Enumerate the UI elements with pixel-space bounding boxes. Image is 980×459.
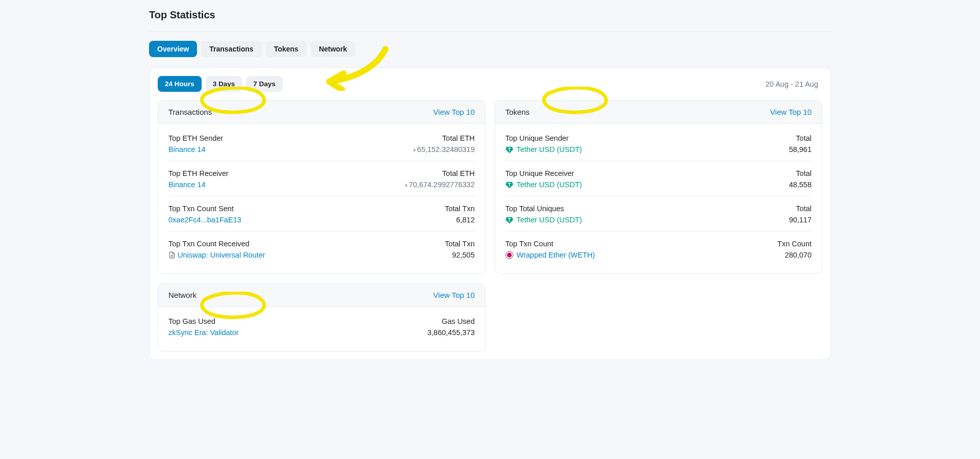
svg-point-6 xyxy=(507,252,511,257)
row-rlabel: Total ETH xyxy=(442,169,475,177)
row-label: Top Txn Count Received xyxy=(168,240,265,248)
row-link[interactable]: Uniswap: Universal Router xyxy=(178,251,265,259)
main-tabs: Overview Transactions Tokens Network xyxy=(149,41,831,57)
row-value: ♦70,674.2992776332 xyxy=(405,181,475,189)
row-link[interactable]: Binance 14 xyxy=(168,181,229,189)
time-range-tabs: 24 Hours 3 Days 7 Days xyxy=(158,76,283,92)
row-rlabel: Total Txn xyxy=(445,205,475,213)
row-value: 92,505 xyxy=(452,251,475,259)
view-top-network[interactable]: View Top 10 xyxy=(433,291,475,299)
table-row: Top Unique Receiver Tether USD (USDT) To… xyxy=(505,161,812,196)
tab-tokens[interactable]: Tokens xyxy=(266,41,307,57)
card-transactions: Transactions View Top 10 Top ETH Sender … xyxy=(158,100,485,274)
tab-transactions[interactable]: Transactions xyxy=(201,41,261,57)
row-link[interactable]: 0xae2Fc4...ba1FaE13 xyxy=(168,216,241,224)
row-value: 90,117 xyxy=(789,216,812,224)
row-label: Top ETH Receiver xyxy=(168,169,229,177)
contract-icon xyxy=(168,251,176,259)
time-pill-7d[interactable]: 7 Days xyxy=(246,76,283,92)
card-transactions-title: Transactions xyxy=(168,108,212,116)
row-link[interactable]: Binance 14 xyxy=(168,145,223,154)
tab-overview[interactable]: Overview xyxy=(149,41,197,57)
row-link[interactable]: zkSync Era: Validator xyxy=(168,328,239,337)
view-top-tokens[interactable]: View Top 10 xyxy=(770,108,812,116)
table-row: Top Total Uniques Tether USD (USDT) Tota… xyxy=(505,196,812,232)
row-label: Top ETH Sender xyxy=(168,134,223,142)
table-row: Top Unique Sender Tether USD (USDT) Tota… xyxy=(505,126,812,161)
row-label: Top Txn Count xyxy=(505,240,595,248)
weth-icon xyxy=(505,251,513,259)
row-label: Top Gas Used xyxy=(168,317,239,325)
tab-network[interactable]: Network xyxy=(311,41,355,57)
row-rlabel: Total xyxy=(796,134,812,142)
page-title: Top Statistics xyxy=(149,0,831,31)
row-value: 48,558 xyxy=(789,181,812,189)
row-label: Top Total Uniques xyxy=(505,205,582,213)
row-rlabel: Total xyxy=(796,169,812,177)
table-row: Top Txn Count Received Uniswap: Universa… xyxy=(168,232,475,266)
table-row: Top Txn Count Wrapped Ether (WETH) Txn C… xyxy=(505,232,812,266)
card-tokens-title: Tokens xyxy=(505,108,530,116)
table-row: Top ETH Sender Binance 14 Total ETH ♦65,… xyxy=(168,126,475,161)
card-tokens: Tokens View Top 10 Top Unique Sender Tet… xyxy=(495,100,822,274)
table-row: Top ETH Receiver Binance 14 Total ETH ♦7… xyxy=(168,161,475,196)
row-label: Top Unique Receiver xyxy=(505,169,582,177)
overview-panel: 24 Hours 3 Days 7 Days 20 Aug - 21 Aug T… xyxy=(149,67,831,360)
row-value: 3,860,455,373 xyxy=(427,328,475,337)
card-network: Network View Top 10 Top Gas Used zkSync … xyxy=(158,283,485,351)
row-value: 280,070 xyxy=(785,251,812,259)
row-link[interactable]: Wrapped Ether (WETH) xyxy=(517,251,595,259)
divider xyxy=(149,31,831,32)
row-link[interactable]: Tether USD (USDT) xyxy=(517,145,582,154)
time-pill-3d[interactable]: 3 Days xyxy=(206,76,242,92)
tether-icon xyxy=(505,216,513,224)
row-value: 6,812 xyxy=(456,216,475,224)
date-range: 20 Aug - 21 Aug xyxy=(766,80,822,88)
card-network-title: Network xyxy=(168,291,197,299)
row-link[interactable]: Tether USD (USDT) xyxy=(517,181,582,189)
eth-icon: ♦ xyxy=(405,182,408,189)
row-label: Top Unique Sender xyxy=(505,134,582,142)
row-rlabel: Total ETH xyxy=(442,134,475,142)
row-rlabel: Gas Used xyxy=(442,317,475,325)
row-label: Top Txn Count Sent xyxy=(168,205,241,213)
row-value: ♦65,152.32480319 xyxy=(413,145,475,154)
table-row: Top Txn Count Sent 0xae2Fc4...ba1FaE13 T… xyxy=(168,196,475,232)
row-value: 58,961 xyxy=(789,145,812,154)
tether-icon xyxy=(505,181,513,189)
view-top-transactions[interactable]: View Top 10 xyxy=(433,108,475,116)
table-row: Top Gas Used zkSync Era: Validator Gas U… xyxy=(168,309,475,344)
tether-icon xyxy=(505,145,513,154)
eth-icon: ♦ xyxy=(413,146,416,154)
row-rlabel: Txn Count xyxy=(777,240,812,248)
time-pill-24h[interactable]: 24 Hours xyxy=(158,76,202,92)
row-rlabel: Total Txn xyxy=(445,240,475,248)
row-rlabel: Total xyxy=(796,205,812,213)
row-link[interactable]: Tether USD (USDT) xyxy=(517,216,582,224)
